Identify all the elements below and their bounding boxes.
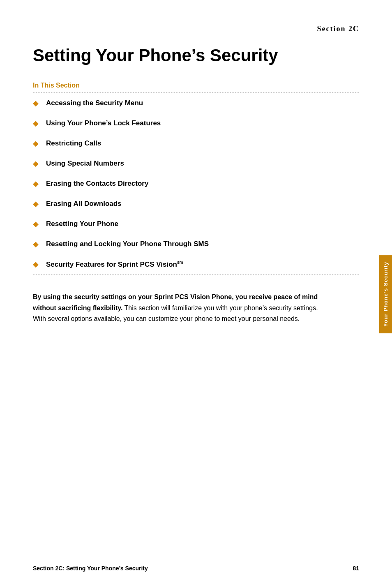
footer-right: 81 [353,565,359,572]
page-container: Section 2C Setting Your Phone’s Security… [0,0,392,588]
footer: Section 2C: Setting Your Phone’s Securit… [0,565,392,572]
diamond-icon: ◆ [33,139,39,148]
toc-item-text[interactable]: Erasing the Contacts Directory [46,180,148,188]
toc-item-resetting-locking-sms: ◆Resetting and Locking Your Phone Throug… [33,234,359,254]
diamond-icon: ◆ [33,119,39,128]
toc-item-text[interactable]: Resetting and Locking Your Phone Through… [46,240,209,248]
toc-item-text[interactable]: Security Features for Sprint PCS Visions… [46,260,183,269]
toc-item-text[interactable]: Accessing the Security Menu [46,99,143,107]
toc-item-security-pcs-vision: ◆Security Features for Sprint PCS Vision… [33,254,359,274]
superscript: sm [177,260,183,265]
toc-item-restricting-calls: ◆Restricting Calls [33,134,359,154]
footer-left: Section 2C: Setting Your Phone’s Securit… [33,565,148,572]
diamond-icon: ◆ [33,159,39,168]
side-tab: Your Phone’s Security [379,255,392,333]
toc-item-text[interactable]: Resetting Your Phone [46,220,118,228]
diamond-icon: ◆ [33,240,39,249]
toc-item-resetting-phone: ◆Resetting Your Phone [33,214,359,234]
diamond-icon: ◆ [33,99,39,108]
in-this-section-heading: In This Section [33,82,359,89]
section-label: Section 2C [33,25,359,33]
toc-item-erasing-contacts: ◆Erasing the Contacts Directory [33,174,359,194]
page-title: Setting Your Phone’s Security [33,46,359,65]
diamond-icon: ◆ [33,179,39,188]
toc-item-accessing-security-menu: ◆Accessing the Security Menu [33,93,359,113]
toc-list: ◆Accessing the Security Menu◆Using Your … [33,93,359,275]
toc-item-text[interactable]: Using Your Phone’s Lock Features [46,119,161,127]
toc-item-text[interactable]: Erasing All Downloads [46,200,122,208]
diamond-icon: ◆ [33,199,39,208]
description-block: By using the security settings on your S… [33,292,329,324]
diamond-icon: ◆ [33,219,39,228]
toc-item-using-lock-features: ◆Using Your Phone’s Lock Features [33,113,359,134]
diamond-icon: ◆ [33,260,39,269]
toc-item-erasing-downloads: ◆Erasing All Downloads [33,194,359,214]
toc-item-text[interactable]: Restricting Calls [46,139,101,148]
toc-item-text[interactable]: Using Special Numbers [46,159,124,168]
toc-item-using-special-numbers: ◆Using Special Numbers [33,154,359,174]
